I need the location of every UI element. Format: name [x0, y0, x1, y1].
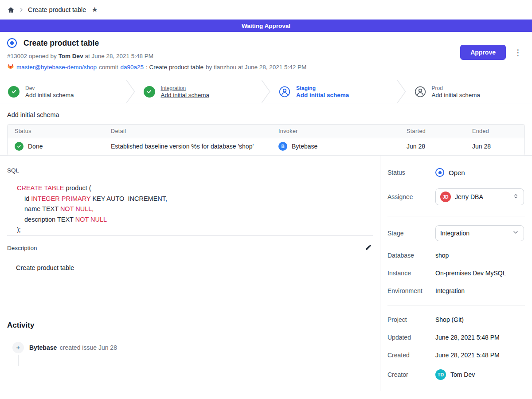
check-circle-icon [15, 142, 23, 151]
activity-heading: Activity [7, 321, 373, 330]
sql-line: description TEXT NOT NULL [17, 215, 373, 225]
main-content: SQL CREATE TABLE product ( id INTEGER PR… [0, 156, 380, 391]
stage-integration[interactable]: Integration Add initial schema [136, 80, 262, 103]
edit-pencil-icon[interactable] [364, 243, 373, 254]
sql-code-block: CREATE TABLE product ( id INTEGER PRIMAR… [17, 183, 373, 235]
status-banner: Waiting Approval [0, 20, 532, 32]
status-row: Status Open [387, 168, 525, 177]
description-header: Description [7, 243, 373, 254]
git-commit-row: master@bytebase-demo/shop commit da90a25… [7, 63, 306, 71]
created-row: Created June 28, 2021 5:48 PM [387, 352, 525, 359]
environment-row: Environment Integration [387, 287, 525, 294]
status-banner-text: Waiting Approval [242, 23, 290, 29]
activity-action: created issue Jun 28 [60, 344, 117, 351]
activity-entry: + Bytebase created issue Jun 28 [12, 342, 373, 353]
stage-task-label: Add initial schema [25, 92, 74, 98]
stage-env-label: Staging [296, 85, 349, 91]
col-ended: Ended [465, 125, 524, 138]
avatar: B [278, 142, 287, 151]
updated-value: June 28, 2021 5:48 PM [435, 334, 500, 341]
check-circle-icon [8, 86, 20, 98]
divider [7, 235, 373, 236]
instance-value[interactable]: On-premises Dev MySQL [435, 270, 506, 277]
sql-line: CREATE TABLE product ( [17, 183, 373, 194]
git-branch-repo-link[interactable]: master@bytebase-demo/shop [16, 64, 97, 70]
table-row[interactable]: Done Established baseline version %s for… [8, 138, 524, 155]
stage-env-label: Prod [432, 85, 481, 91]
open-status-icon [435, 168, 444, 177]
breadcrumb-page-title: Create product table [28, 6, 86, 13]
approve-button[interactable]: Approve [460, 45, 506, 60]
stage-separator [261, 80, 271, 103]
person-circle-icon [279, 86, 290, 98]
page-title: Create product table [23, 39, 99, 48]
project-row: Project Shop (Git) [387, 316, 525, 323]
issue-header-left: Create product table #13002 opened by To… [7, 38, 306, 71]
col-status: Status [8, 125, 104, 138]
created-label: Created [387, 352, 435, 359]
creator-row: Creator TD Tom Dev [387, 369, 525, 380]
chevron-right-icon [19, 7, 24, 12]
assignee-value: Jerry DBA [455, 193, 509, 200]
stage-select[interactable]: Integration [435, 225, 524, 241]
description-text[interactable]: Create product table [16, 264, 373, 271]
star-icon[interactable]: ★ [91, 6, 98, 13]
home-icon[interactable] [7, 6, 15, 14]
stage-row: Stage Integration [387, 225, 525, 241]
instance-label: Instance [387, 270, 435, 277]
chevron-up-down-icon [512, 193, 519, 201]
stage-task-label: Add initial schema [161, 92, 210, 98]
stage-separator [397, 80, 407, 103]
task-detail: Established baseline version %s for data… [104, 138, 271, 155]
instance-row: Instance On-premises Dev MySQL [387, 270, 525, 277]
stage-env-label: Integration [161, 85, 210, 91]
stage-label: Stage [387, 230, 435, 237]
stage-staging[interactable]: Staging Add initial schema [271, 80, 397, 103]
git-commit-message: : Create product table [146, 64, 203, 70]
database-label: Database [387, 252, 435, 259]
project-value[interactable]: Shop (Git) [435, 316, 464, 323]
stage-prod[interactable]: Prod Add initial schema [407, 80, 532, 103]
task-invoker: Bytebase [292, 143, 317, 150]
check-circle-icon [144, 86, 155, 98]
issue-author: Tom Dev [59, 53, 83, 59]
avatar: JD [440, 192, 451, 202]
environment-value: Integration [435, 287, 465, 294]
title-row: Create product table [7, 38, 306, 48]
assignee-select[interactable]: JD Jerry DBA [435, 188, 524, 205]
sql-line: id INTEGER PRIMARY KEY AUTO_INCREMENT, [17, 194, 373, 204]
divider [387, 305, 525, 305]
col-started: Started [399, 125, 465, 138]
git-commit-byline: by tianzhou at June 28, 2021 5:42 PM [206, 64, 306, 70]
creator-label: Creator [387, 371, 435, 378]
updated-row: Updated June 28, 2021 5:48 PM [387, 334, 525, 341]
chevron-down-icon [512, 229, 519, 238]
stage-dev[interactable]: Dev Add initial schema [0, 80, 126, 103]
col-invoker: Invoker [271, 125, 399, 138]
issue-header-actions: Approve ⋮ [460, 45, 525, 60]
issue-open-status-icon [7, 38, 17, 48]
issue-sidebar: Status Open Assignee JD Jerry DBA Stage … [380, 156, 532, 391]
git-commit-hash-link[interactable]: da90a25 [121, 64, 144, 70]
stage-task-label: Add initial schema [296, 92, 349, 98]
task-section: Add initial schema Status Detail Invoker… [0, 103, 532, 155]
task-table-header-row: Status Detail Invoker Started Ended [8, 125, 524, 138]
status-value: Open [449, 169, 465, 176]
issue-number: #13002 opened by [7, 53, 57, 59]
description-label: Description [7, 245, 37, 251]
kebab-menu-icon[interactable]: ⋮ [511, 47, 525, 58]
database-value[interactable]: shop [435, 252, 449, 259]
sql-line: ); [17, 225, 373, 235]
stage-env-label: Dev [25, 85, 74, 91]
assignee-label: Assignee [387, 193, 435, 200]
breadcrumb: Create product table ★ [0, 0, 532, 20]
task-heading: Add initial schema [7, 111, 525, 118]
status-label: Status [387, 169, 435, 176]
database-row: Database shop [387, 252, 525, 259]
issue-header: Create product table #13002 opened by To… [0, 32, 532, 80]
stage-task-label: Add initial schema [432, 92, 481, 98]
gitlab-icon [7, 63, 14, 71]
divider [387, 216, 525, 216]
divider [7, 330, 373, 330]
activity-actor: Bytebase [29, 344, 57, 351]
